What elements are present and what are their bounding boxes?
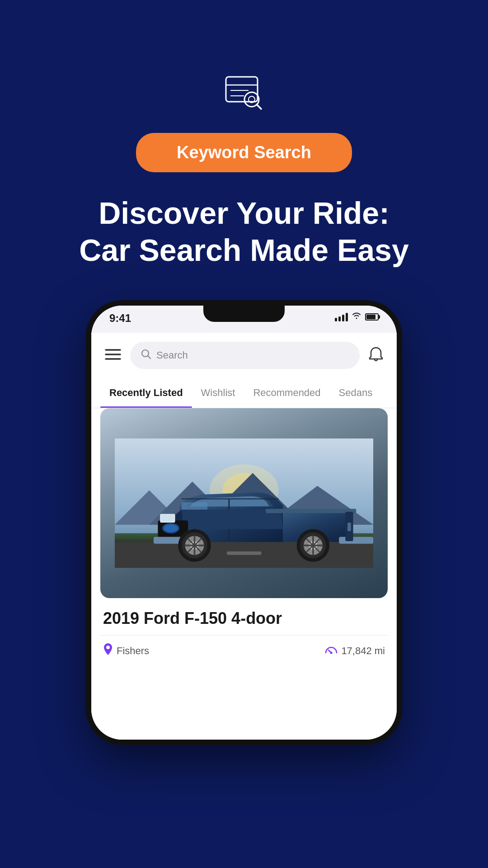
tab-sedans[interactable]: Sedans (330, 378, 382, 408)
tab-wishlist[interactable]: Wishlist (192, 378, 244, 408)
svg-line-5 (257, 104, 261, 109)
svg-rect-54 (347, 523, 351, 531)
status-time: 9:41 (109, 312, 131, 325)
wifi-icon (352, 312, 361, 321)
car-listing-title: 2019 Ford F-150 4-door (100, 609, 388, 628)
mileage-text: 17,842 mi (341, 645, 385, 657)
search-bar[interactable]: Search (130, 342, 360, 369)
svg-rect-21 (115, 542, 373, 568)
status-icons (335, 312, 379, 321)
svg-rect-22 (227, 552, 261, 555)
car-listing: 2019 Ford F-150 4-door (91, 408, 397, 668)
tab-recommended[interactable]: Recommended (244, 378, 329, 408)
svg-rect-0 (226, 77, 258, 102)
car-location: Fishers (103, 643, 149, 659)
notification-bell-icon[interactable] (369, 347, 383, 364)
notch (203, 306, 285, 322)
signal-bars-icon (335, 312, 348, 321)
battery-icon (365, 313, 379, 321)
car-mileage: 17,842 mi (325, 644, 385, 658)
svg-rect-33 (161, 515, 174, 522)
car-image (100, 408, 388, 598)
search-icon (141, 349, 151, 362)
svg-rect-52 (266, 509, 356, 514)
search-input-placeholder: Search (156, 349, 188, 361)
location-pin-icon (103, 643, 113, 659)
svg-rect-35 (339, 537, 373, 544)
speedometer-icon (325, 644, 338, 658)
app-icon (224, 72, 264, 133)
hamburger-menu-icon[interactable] (105, 348, 121, 363)
app-header: Search (91, 333, 397, 378)
svg-line-11 (148, 356, 151, 359)
svg-point-56 (330, 652, 333, 654)
car-details-row: Fishers 17,842 mi (100, 643, 388, 659)
status-bar: 9:41 (91, 306, 397, 333)
headline: Discover Your Ride: Car Search Made Easy (52, 195, 436, 269)
tab-recently-listed[interactable]: Recently Listed (100, 378, 192, 408)
svg-point-55 (106, 646, 110, 649)
location-text: Fishers (117, 645, 149, 657)
phone-mockup: 9:41 (86, 300, 402, 745)
svg-point-31 (164, 524, 178, 532)
listing-divider (100, 635, 388, 636)
tabs-container: Recently Listed Wishlist Recommended Sed… (91, 378, 397, 408)
keyword-search-button[interactable]: Keyword Search (136, 133, 352, 172)
